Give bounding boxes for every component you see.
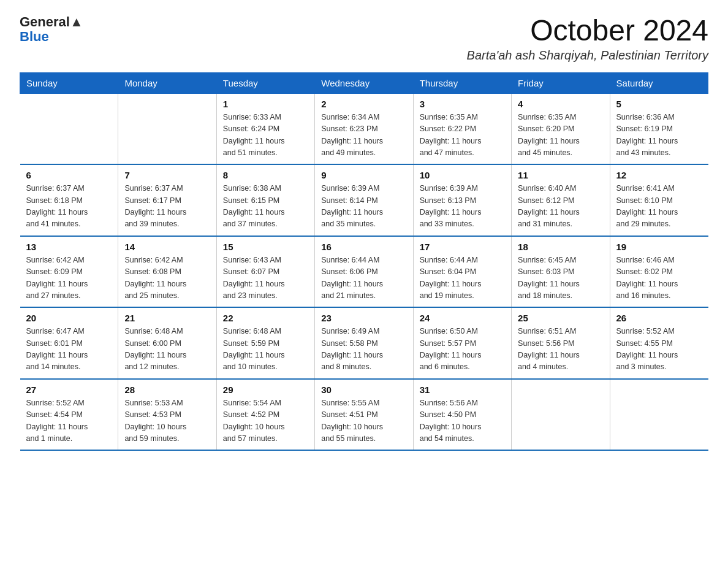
day-number: 10 <box>420 170 505 180</box>
day-number: 31 <box>420 385 505 395</box>
day-number: 5 <box>616 99 702 109</box>
calendar-cell: 13Sunrise: 6:42 AM Sunset: 6:09 PM Dayli… <box>20 236 118 308</box>
calendar-cell: 19Sunrise: 6:46 AM Sunset: 6:02 PM Dayli… <box>610 236 708 308</box>
day-info: Sunrise: 5:55 AM Sunset: 4:51 PM Dayligh… <box>321 397 406 445</box>
day-info: Sunrise: 6:39 AM Sunset: 6:14 PM Dayligh… <box>321 183 406 231</box>
day-info: Sunrise: 6:50 AM Sunset: 5:57 PM Dayligh… <box>420 326 505 373</box>
calendar-cell: 3Sunrise: 6:35 AM Sunset: 6:22 PM Daylig… <box>413 93 511 164</box>
day-number: 26 <box>616 313 702 323</box>
weekday-header-wednesday: Wednesday <box>315 72 413 93</box>
calendar-cell: 10Sunrise: 6:39 AM Sunset: 6:13 PM Dayli… <box>413 164 511 236</box>
day-number: 19 <box>616 242 702 252</box>
calendar-cell: 14Sunrise: 6:42 AM Sunset: 6:08 PM Dayli… <box>118 236 216 308</box>
day-info: Sunrise: 5:52 AM Sunset: 4:54 PM Dayligh… <box>26 397 112 445</box>
day-info: Sunrise: 6:48 AM Sunset: 6:00 PM Dayligh… <box>124 326 210 373</box>
calendar-cell: 23Sunrise: 6:49 AM Sunset: 5:58 PM Dayli… <box>315 307 413 379</box>
day-info: Sunrise: 5:56 AM Sunset: 4:50 PM Dayligh… <box>420 397 505 445</box>
day-number: 25 <box>518 313 603 323</box>
weekday-header-friday: Friday <box>512 72 610 93</box>
title-block: October 2024 Barta'ah ash Sharqiyah, Pal… <box>467 15 708 63</box>
calendar-cell: 21Sunrise: 6:48 AM Sunset: 6:00 PM Dayli… <box>118 307 216 379</box>
day-info: Sunrise: 6:36 AM Sunset: 6:19 PM Dayligh… <box>616 112 702 159</box>
day-number: 7 <box>124 170 210 180</box>
page-subtitle: Barta'ah ash Sharqiyah, Palestinian Terr… <box>467 48 708 63</box>
day-number: 4 <box>518 99 603 109</box>
calendar-cell: 5Sunrise: 6:36 AM Sunset: 6:19 PM Daylig… <box>610 93 708 164</box>
day-number: 9 <box>321 170 406 180</box>
day-info: Sunrise: 6:49 AM Sunset: 5:58 PM Dayligh… <box>321 326 406 373</box>
day-info: Sunrise: 6:51 AM Sunset: 5:56 PM Dayligh… <box>518 326 603 373</box>
day-info: Sunrise: 6:37 AM Sunset: 6:18 PM Dayligh… <box>26 183 112 231</box>
calendar-cell: 9Sunrise: 6:39 AM Sunset: 6:14 PM Daylig… <box>315 164 413 236</box>
calendar-header: SundayMondayTuesdayWednesdayThursdayFrid… <box>20 72 708 93</box>
day-number: 6 <box>26 170 112 180</box>
calendar-cell <box>610 379 708 451</box>
calendar-cell <box>118 93 216 164</box>
day-number: 21 <box>124 313 210 323</box>
day-number: 11 <box>518 170 603 180</box>
calendar-cell: 26Sunrise: 5:52 AM Sunset: 4:55 PM Dayli… <box>610 307 708 379</box>
day-info: Sunrise: 6:44 AM Sunset: 6:04 PM Dayligh… <box>420 255 505 302</box>
day-info: Sunrise: 6:42 AM Sunset: 6:08 PM Dayligh… <box>124 255 210 302</box>
day-info: Sunrise: 5:52 AM Sunset: 4:55 PM Dayligh… <box>616 326 702 373</box>
day-number: 2 <box>321 99 406 109</box>
calendar-cell: 11Sunrise: 6:40 AM Sunset: 6:12 PM Dayli… <box>512 164 610 236</box>
calendar-week-row: 6Sunrise: 6:37 AM Sunset: 6:18 PM Daylig… <box>20 164 708 236</box>
day-number: 28 <box>124 385 210 395</box>
calendar-cell: 6Sunrise: 6:37 AM Sunset: 6:18 PM Daylig… <box>20 164 118 236</box>
calendar-cell <box>512 379 610 451</box>
weekday-header-tuesday: Tuesday <box>216 72 314 93</box>
day-info: Sunrise: 6:47 AM Sunset: 6:01 PM Dayligh… <box>26 326 112 373</box>
calendar-table: SundayMondayTuesdayWednesdayThursdayFrid… <box>20 72 708 451</box>
calendar-cell: 8Sunrise: 6:38 AM Sunset: 6:15 PM Daylig… <box>216 164 314 236</box>
calendar-week-row: 1Sunrise: 6:33 AM Sunset: 6:24 PM Daylig… <box>20 93 708 164</box>
day-number: 24 <box>420 313 505 323</box>
day-number: 8 <box>223 170 308 180</box>
day-info: Sunrise: 6:45 AM Sunset: 6:03 PM Dayligh… <box>518 255 603 302</box>
calendar-cell: 24Sunrise: 6:50 AM Sunset: 5:57 PM Dayli… <box>413 307 511 379</box>
day-number: 23 <box>321 313 406 323</box>
calendar-cell: 12Sunrise: 6:41 AM Sunset: 6:10 PM Dayli… <box>610 164 708 236</box>
day-info: Sunrise: 6:38 AM Sunset: 6:15 PM Dayligh… <box>223 183 308 231</box>
weekday-header-sunday: Sunday <box>20 72 118 93</box>
calendar-cell: 16Sunrise: 6:44 AM Sunset: 6:06 PM Dayli… <box>315 236 413 308</box>
page-title: October 2024 <box>467 15 708 47</box>
logo: General▲ Blue <box>20 15 83 44</box>
day-info: Sunrise: 6:43 AM Sunset: 6:07 PM Dayligh… <box>223 255 308 302</box>
day-number: 3 <box>420 99 505 109</box>
day-number: 27 <box>26 385 112 395</box>
day-info: Sunrise: 6:41 AM Sunset: 6:10 PM Dayligh… <box>616 183 702 231</box>
weekday-header-row: SundayMondayTuesdayWednesdayThursdayFrid… <box>20 72 708 93</box>
logo-general-text: General <box>20 14 70 29</box>
calendar-cell: 2Sunrise: 6:34 AM Sunset: 6:23 PM Daylig… <box>315 93 413 164</box>
calendar-cell: 27Sunrise: 5:52 AM Sunset: 4:54 PM Dayli… <box>20 379 118 451</box>
day-number: 20 <box>26 313 112 323</box>
calendar-cell: 18Sunrise: 6:45 AM Sunset: 6:03 PM Dayli… <box>512 236 610 308</box>
calendar-cell: 22Sunrise: 6:48 AM Sunset: 5:59 PM Dayli… <box>216 307 314 379</box>
day-number: 13 <box>26 242 112 252</box>
day-info: Sunrise: 5:54 AM Sunset: 4:52 PM Dayligh… <box>223 397 308 445</box>
calendar-cell: 20Sunrise: 6:47 AM Sunset: 6:01 PM Dayli… <box>20 307 118 379</box>
day-number: 22 <box>223 313 308 323</box>
calendar-body: 1Sunrise: 6:33 AM Sunset: 6:24 PM Daylig… <box>20 93 708 450</box>
calendar-week-row: 13Sunrise: 6:42 AM Sunset: 6:09 PM Dayli… <box>20 236 708 308</box>
day-info: Sunrise: 6:48 AM Sunset: 5:59 PM Dayligh… <box>223 326 308 373</box>
weekday-header-saturday: Saturday <box>610 72 708 93</box>
day-info: Sunrise: 6:39 AM Sunset: 6:13 PM Dayligh… <box>420 183 505 231</box>
day-info: Sunrise: 6:34 AM Sunset: 6:23 PM Dayligh… <box>321 112 406 159</box>
weekday-header-thursday: Thursday <box>413 72 511 93</box>
calendar-cell: 31Sunrise: 5:56 AM Sunset: 4:50 PM Dayli… <box>413 379 511 451</box>
calendar-week-row: 20Sunrise: 6:47 AM Sunset: 6:01 PM Dayli… <box>20 307 708 379</box>
day-number: 30 <box>321 385 406 395</box>
day-info: Sunrise: 6:35 AM Sunset: 6:20 PM Dayligh… <box>518 112 603 159</box>
calendar-cell: 25Sunrise: 6:51 AM Sunset: 5:56 PM Dayli… <box>512 307 610 379</box>
calendar-cell <box>20 93 118 164</box>
calendar-cell: 15Sunrise: 6:43 AM Sunset: 6:07 PM Dayli… <box>216 236 314 308</box>
calendar-cell: 1Sunrise: 6:33 AM Sunset: 6:24 PM Daylig… <box>216 93 314 164</box>
calendar-cell: 30Sunrise: 5:55 AM Sunset: 4:51 PM Dayli… <box>315 379 413 451</box>
calendar-cell: 7Sunrise: 6:37 AM Sunset: 6:17 PM Daylig… <box>118 164 216 236</box>
day-info: Sunrise: 6:44 AM Sunset: 6:06 PM Dayligh… <box>321 255 406 302</box>
day-number: 16 <box>321 242 406 252</box>
calendar-cell: 17Sunrise: 6:44 AM Sunset: 6:04 PM Dayli… <box>413 236 511 308</box>
day-info: Sunrise: 6:35 AM Sunset: 6:22 PM Dayligh… <box>420 112 505 159</box>
